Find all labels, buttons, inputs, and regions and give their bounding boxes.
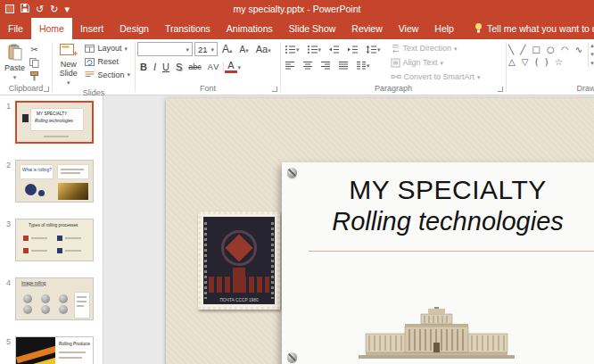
underline-button[interactable]: U [160, 62, 172, 72]
section-button[interactable]: Section▾ [82, 70, 133, 81]
columns-button[interactable]: ▾ [354, 60, 372, 71]
title-bar: ↺ ↻ ▾ my specialty.pptx - PowerPoint [0, 0, 594, 18]
screw-decor-top-left [287, 168, 297, 178]
bullets-button[interactable]: ▾ [283, 44, 301, 55]
powerpoint-app-icon [5, 4, 14, 13]
paragraph-dialog-launcher[interactable] [498, 87, 503, 92]
shapes-more-icon[interactable]: ▾ [590, 60, 594, 67]
thumb-roll-diagram [23, 305, 32, 314]
new-slide-button[interactable]: New Slide ▾ [54, 42, 82, 87]
slide-5-thumbnail[interactable]: Rolling Products [15, 336, 94, 364]
tab-view[interactable]: View [391, 18, 427, 39]
tab-design[interactable]: Design [111, 18, 157, 39]
align-left-button[interactable] [283, 60, 297, 71]
format-painter-button[interactable] [28, 70, 41, 82]
strikethrough-button[interactable]: abc [186, 62, 204, 71]
shrink-font-button[interactable]: A▾ [237, 45, 252, 54]
italic-button[interactable]: I [151, 62, 159, 72]
divider [223, 62, 224, 72]
line-spacing-button[interactable]: ▾ [364, 44, 383, 55]
paste-button[interactable]: Paste ▾ [2, 42, 28, 82]
divider-line [309, 251, 594, 252]
font-group-label: Font [137, 83, 278, 95]
stamp-artwork: ПОЧТА СССР 1980 [203, 217, 275, 304]
decrease-indent-button[interactable] [326, 44, 342, 55]
bold-button[interactable]: B [137, 62, 150, 72]
thumbnail-row-4[interactable]: 4 Image rolling [2, 277, 103, 320]
change-case-button[interactable]: Aa▾ [253, 44, 274, 54]
slide-4-thumbnail[interactable]: Image rolling [15, 277, 94, 320]
shapes-scroll-up-icon[interactable]: ▴ [590, 42, 594, 49]
thumb-dark-panel [16, 337, 55, 364]
reset-button[interactable]: Reset [82, 56, 133, 68]
thumb-metal-image [58, 183, 88, 200]
convert-to-smartart-button[interactable]: Convert to SmartArt▾ [388, 71, 483, 83]
slide-1-thumbnail[interactable]: MY SPECIALTY Rolling technologies [15, 101, 94, 144]
copy-button[interactable] [28, 57, 41, 69]
tab-review[interactable]: Review [343, 18, 390, 39]
undo-button[interactable]: ↺ [36, 4, 44, 14]
thumbnail-row-5[interactable]: 5 Rolling Products [2, 336, 103, 364]
thumbnail-row-1[interactable]: 1 MY SPECIALTY Rolling technologies [2, 101, 103, 144]
postage-stamp-image[interactable]: ПОЧТА СССР 1980 [198, 211, 280, 310]
tell-me-box[interactable]: Tell me what you want to do [474, 18, 594, 39]
tab-transitions[interactable]: Transitions [157, 18, 219, 39]
stamp-left-text-decor [204, 222, 207, 299]
font-size-combo[interactable]: 21▾ [194, 42, 218, 56]
lightbulb-icon [474, 22, 483, 35]
justify-button[interactable] [336, 60, 351, 71]
redo-button[interactable]: ↻ [50, 4, 58, 14]
thumb-blue-icon [57, 248, 62, 253]
thumb-text-box [58, 165, 88, 178]
title-panel[interactable]: MY SPECIALTY Rolling technologies [282, 162, 594, 364]
slide-number: 5 [2, 336, 15, 364]
layout-button[interactable]: Layout▾ [82, 43, 133, 54]
building-image[interactable] [359, 307, 515, 360]
paragraph-group-label: Paragraph [283, 83, 504, 95]
cut-button[interactable]: ✂ [28, 44, 41, 55]
align-center-button[interactable] [301, 60, 315, 71]
slide-number: 2 [2, 160, 15, 203]
tab-file[interactable]: File [0, 18, 31, 39]
font-dialog-launcher[interactable] [272, 87, 277, 92]
thumb-roll-diagram [41, 305, 50, 314]
tab-animations[interactable]: Animations [219, 18, 281, 39]
align-right-button[interactable] [318, 60, 333, 71]
thumbnail-row-2[interactable]: 2 What is rolling? [2, 160, 103, 203]
shape-gallery-row1[interactable]: ╲ ╱ □ ○ ◠ ∿ [508, 44, 584, 56]
save-button[interactable] [21, 4, 29, 14]
text-shadow-button[interactable]: S [173, 62, 185, 72]
paragraph-group: ▾ ▾ ▾ [281, 39, 506, 95]
thumbnail-row-3[interactable]: 3 Types of rolling processes [2, 219, 103, 261]
caret-down-icon[interactable]: ▾ [238, 64, 242, 70]
stamp-caption: ПОЧТА СССР 1980 [218, 298, 260, 302]
customize-qat-caret-icon[interactable]: ▾ [64, 4, 70, 14]
align-text-button[interactable]: Align Text▾ [388, 57, 483, 69]
shape-gallery-row2[interactable]: △ ▽ ( ) ☆ [508, 56, 584, 69]
tab-help[interactable]: Help [426, 18, 462, 39]
increase-indent-button[interactable] [345, 44, 360, 55]
numbering-button[interactable]: ▾ [305, 44, 324, 55]
thumb-roll-diagram [59, 305, 68, 314]
shapes-scroll-down-icon[interactable]: ▾ [590, 51, 594, 58]
quick-access-toolbar: ↺ ↻ ▾ [0, 4, 70, 14]
current-slide[interactable]: ПОЧТА СССР 1980 MY SPECIALTY Rolling tec… [166, 98, 594, 364]
slide-2-thumbnail[interactable]: What is rolling? [15, 160, 94, 203]
font-name-combo[interactable]: ▾ [137, 42, 193, 56]
slides-group: New Slide ▾ Layout▾ Reset Section▾ [53, 39, 135, 95]
slide-3-thumbnail[interactable]: Types of rolling processes [15, 219, 94, 261]
tab-slide-show[interactable]: Slide Show [281, 18, 344, 39]
slide-subtitle-text[interactable]: Rolling technologies [282, 207, 594, 236]
clipboard-group: Paste ▾ ✂ Clipboard [0, 39, 52, 95]
text-direction-button[interactable]: Text Direction▾ [388, 43, 483, 54]
clipboard-dialog-launcher[interactable] [44, 87, 49, 92]
tell-me-label: Tell me what you want to do [487, 23, 594, 34]
drawing-group: ╲ ╱ □ ○ ◠ ∿ △ ▽ ( ) ☆ ▴ ▾ ▾ Drawing [507, 39, 594, 95]
grow-font-button[interactable]: A▴ [219, 43, 235, 55]
slide-title-text[interactable]: MY SPECIALTY [282, 175, 594, 205]
ribbon: Paste ▾ ✂ Clipboard [0, 39, 594, 95]
tab-home[interactable]: Home [31, 18, 72, 39]
tab-insert[interactable]: Insert [72, 18, 111, 39]
character-spacing-button[interactable]: AV [205, 62, 222, 71]
font-color-button[interactable]: A [225, 61, 236, 73]
